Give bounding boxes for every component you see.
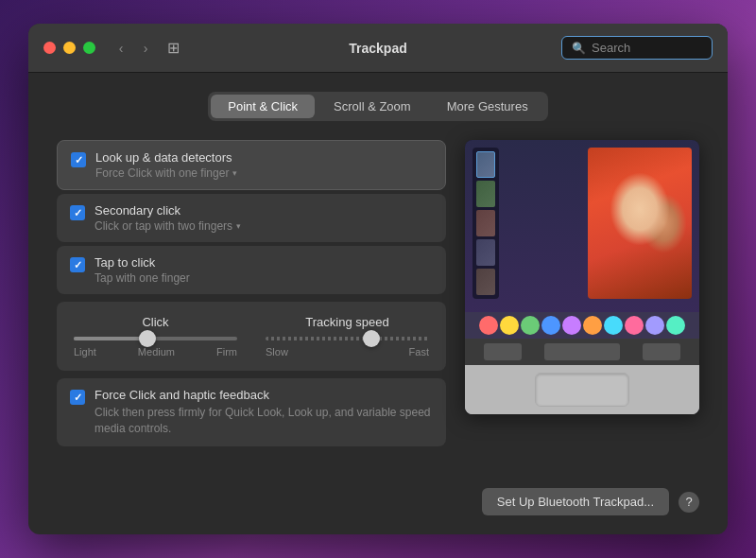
preview-screen bbox=[465, 140, 699, 339]
nav-buttons: ‹ › bbox=[111, 38, 156, 59]
fullscreen-button[interactable] bbox=[83, 42, 95, 54]
tab-point-click[interactable]: Point & Click bbox=[211, 95, 315, 118]
lookup-title: Look up & data detectors bbox=[95, 150, 432, 165]
sidebar-thumb-5 bbox=[476, 269, 495, 295]
force-click-title: Force Click and haptic feedback bbox=[94, 388, 433, 402]
sidebar-thumb-3 bbox=[476, 210, 495, 236]
key-block-2 bbox=[643, 343, 680, 360]
tracking-slider-labels: Slow Fast bbox=[266, 346, 429, 357]
minimize-button[interactable] bbox=[63, 42, 76, 54]
preview-sidebar bbox=[472, 148, 499, 299]
search-box: 🔍 bbox=[561, 36, 713, 60]
lookup-subtitle: Force Click with one finger ▾ bbox=[95, 166, 432, 180]
preview-keyboard bbox=[465, 339, 699, 414]
tap-to-click-text: Tap to click Tap with one finger bbox=[94, 255, 433, 285]
preview-photo bbox=[588, 148, 692, 299]
photo-face bbox=[588, 148, 692, 299]
dock-icon-1 bbox=[479, 316, 498, 335]
click-slider-group: Click Light Medium Firm bbox=[74, 315, 237, 357]
click-label-light: Light bbox=[74, 346, 96, 357]
force-click-checkbox[interactable] bbox=[70, 390, 85, 405]
secondary-click-chevron: ▾ bbox=[236, 221, 241, 231]
lookup-chevron: ▾ bbox=[232, 168, 237, 178]
force-click-text: Force Click and haptic feedback Click th… bbox=[94, 388, 433, 437]
nav-back-button[interactable]: ‹ bbox=[111, 38, 131, 59]
secondary-click-text: Secondary click Click or tap with two fi… bbox=[94, 203, 433, 233]
tap-to-click-row: Tap to click Tap with one finger bbox=[57, 246, 446, 294]
tracking-slider-thumb[interactable] bbox=[363, 330, 380, 347]
click-label-medium: Medium bbox=[138, 346, 175, 357]
trackpad-window: ‹ › ⊞ Trackpad 🔍 Point & Click Scroll & … bbox=[28, 24, 728, 534]
sidebar-thumb-1 bbox=[476, 151, 495, 178]
dock-icon-6 bbox=[583, 316, 602, 335]
tracking-label-fast: Fast bbox=[409, 346, 429, 357]
dock-icon-10 bbox=[666, 316, 685, 335]
search-input[interactable] bbox=[592, 41, 696, 55]
secondary-click-checkbox[interactable] bbox=[70, 205, 85, 220]
click-slider-track[interactable] bbox=[74, 337, 237, 340]
keyboard-top-row bbox=[465, 339, 699, 365]
secondary-click-title: Secondary click bbox=[94, 203, 433, 218]
content: Point & Click Scroll & Zoom More Gesture… bbox=[28, 73, 728, 534]
tracking-slider-label: Tracking speed bbox=[305, 315, 388, 329]
trackpad-visual bbox=[535, 373, 629, 407]
tracking-dots-bar bbox=[266, 337, 429, 340]
right-panel bbox=[465, 140, 699, 477]
tab-more-gestures[interactable]: More Gestures bbox=[430, 95, 545, 118]
search-icon: 🔍 bbox=[572, 42, 586, 55]
force-click-description: Click then press firmly for Quick Look, … bbox=[94, 405, 433, 437]
secondary-click-subtitle: Click or tap with two fingers ▾ bbox=[94, 219, 433, 233]
sidebar-thumb-4 bbox=[476, 239, 495, 266]
lookup-text: Look up & data detectors Force Click wit… bbox=[95, 150, 432, 180]
nav-forward-button[interactable]: › bbox=[135, 38, 156, 59]
trackpad-area bbox=[465, 365, 699, 414]
click-slider-fill bbox=[74, 337, 147, 340]
tracking-label-slow: Slow bbox=[266, 346, 288, 357]
click-slider-labels: Light Medium Firm bbox=[74, 346, 237, 357]
sidebar-thumb-2 bbox=[476, 181, 495, 207]
close-button[interactable] bbox=[43, 42, 56, 54]
tap-to-click-checkbox[interactable] bbox=[70, 257, 85, 272]
left-panel: Look up & data detectors Force Click wit… bbox=[57, 140, 446, 477]
dock-icon-4 bbox=[541, 316, 560, 335]
click-slider-thumb[interactable] bbox=[139, 330, 156, 347]
tap-to-click-title: Tap to click bbox=[94, 255, 433, 270]
click-slider-label: Click bbox=[142, 315, 168, 329]
tracking-slider-group: Tracking speed Slow Fast bbox=[266, 315, 429, 357]
dock-icon-3 bbox=[521, 316, 540, 335]
tracking-slider-track[interactable] bbox=[266, 337, 429, 340]
lookup-checkbox[interactable] bbox=[71, 152, 86, 167]
device-preview bbox=[465, 140, 699, 414]
force-click-row: Force Click and haptic feedback Click th… bbox=[57, 378, 446, 446]
tab-bar: Point & Click Scroll & Zoom More Gesture… bbox=[208, 92, 547, 121]
bluetooth-trackpad-button[interactable]: Set Up Bluetooth Trackpad... bbox=[482, 488, 669, 515]
bottom-bar: Set Up Bluetooth Trackpad... ? bbox=[57, 477, 699, 515]
preview-dock bbox=[465, 312, 699, 339]
main-layout: Look up & data detectors Force Click wit… bbox=[57, 140, 699, 477]
window-title: Trackpad bbox=[349, 41, 406, 56]
key-block-1 bbox=[484, 343, 522, 360]
sliders-section: Click Light Medium Firm Tracki bbox=[57, 302, 446, 371]
tab-scroll-zoom[interactable]: Scroll & Zoom bbox=[317, 95, 428, 118]
dock-icon-7 bbox=[604, 316, 623, 335]
lookup-row: Look up & data detectors Force Click wit… bbox=[57, 140, 446, 190]
dock-icon-2 bbox=[500, 316, 519, 335]
grid-icon: ⊞ bbox=[167, 39, 180, 57]
help-button[interactable]: ? bbox=[679, 492, 699, 513]
dock-icon-8 bbox=[625, 316, 644, 335]
secondary-click-row: Secondary click Click or tap with two fi… bbox=[57, 194, 446, 242]
dock-icon-5 bbox=[562, 316, 581, 335]
dock-icon-9 bbox=[645, 316, 664, 335]
click-label-firm: Firm bbox=[216, 346, 237, 357]
titlebar: ‹ › ⊞ Trackpad 🔍 bbox=[28, 24, 728, 73]
traffic-lights bbox=[43, 42, 95, 54]
tap-to-click-subtitle: Tap with one finger bbox=[94, 271, 433, 285]
key-block-spacebar bbox=[544, 343, 620, 360]
